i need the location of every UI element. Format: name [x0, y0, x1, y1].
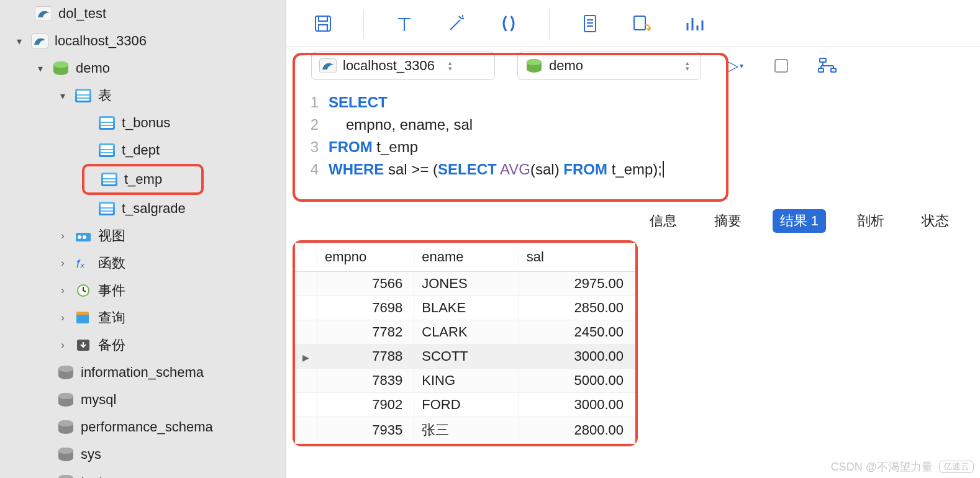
cell-sal[interactable]: 3000.00 [519, 392, 635, 417]
sidebar-item-views[interactable]: › 视图 [0, 222, 286, 250]
sidebar-item-table-t-dept[interactable]: t_dept [0, 137, 286, 164]
sql-keyword: FROM [563, 161, 607, 178]
svg-rect-6 [76, 313, 89, 323]
sidebar-item-tables[interactable]: ▾ 表 [0, 82, 286, 109]
column-header-sal[interactable]: sal [519, 243, 635, 271]
database-icon [57, 446, 75, 462]
sidebar-item-events[interactable]: › 事件 [0, 277, 286, 304]
cell-empno[interactable]: 7788 [317, 344, 414, 368]
table-header-row: empno ename sal [295, 243, 635, 271]
sidebar-item-functions[interactable]: › fₓ 函数 [0, 250, 286, 277]
cell-ename[interactable]: FORD [414, 392, 519, 417]
cell-ename[interactable]: 张三 [414, 417, 519, 443]
functions-label: 函数 [98, 254, 125, 273]
svg-text:fₓ: fₓ [76, 258, 85, 270]
sidebar-item-top[interactable]: dol_test [0, 0, 286, 27]
svg-point-1 [78, 235, 81, 239]
cell-empno[interactable]: 7935 [317, 417, 414, 443]
cell-ename[interactable]: SCOTT [414, 344, 519, 368]
tab-summary[interactable]: 摘要 [708, 209, 748, 233]
svg-rect-15 [819, 68, 823, 72]
cell-sal[interactable]: 2850.00 [519, 295, 635, 320]
sidebar-label: dol_test [58, 6, 106, 22]
line-number: 2 [304, 114, 329, 136]
sidebar-item-db-test[interactable]: test [0, 468, 286, 478]
table-row[interactable]: 7566JONES2975.00 [295, 271, 635, 295]
cell-ename[interactable]: BLAKE [414, 295, 519, 320]
svg-rect-13 [634, 16, 645, 30]
connection-label: localhost_3306 [55, 33, 147, 49]
table-label: t_salgrade [122, 201, 186, 217]
export-icon[interactable] [630, 12, 654, 35]
sql-keyword: WHERE [329, 161, 384, 178]
cell-empno[interactable]: 7566 [317, 271, 414, 295]
cell-ename[interactable]: JONES [414, 271, 519, 295]
parentheses-icon[interactable] [497, 12, 520, 35]
svg-rect-11 [319, 25, 327, 31]
cell-sal[interactable]: 2800.00 [519, 417, 635, 443]
watermark-brand: 亿速云 [939, 461, 974, 473]
table-row[interactable]: 7839KING5000.00 [295, 368, 635, 392]
results-grid: empno ename sal 7566JONES2975.007698BLAK… [293, 240, 980, 446]
table-icon [101, 171, 118, 187]
cell-empno[interactable]: 7902 [317, 392, 414, 417]
sql-editor[interactable]: 1SELECT 2empno, ename, sal 3FROM t_emp 4… [293, 86, 980, 202]
cell-empno[interactable]: 7839 [317, 368, 414, 392]
table-label: t_bonus [122, 115, 170, 131]
line-number: 1 [304, 91, 329, 114]
cell-empno[interactable]: 7782 [317, 320, 414, 344]
stop-button[interactable] [769, 54, 793, 78]
sidebar-item-backups[interactable]: › 备份 [0, 331, 286, 359]
line-number: 4 [304, 158, 329, 181]
cell-ename[interactable]: CLARK [414, 320, 519, 344]
chevron-down-icon: ▾ [14, 35, 25, 47]
cell-ename[interactable]: KING [414, 368, 519, 392]
column-header-empno[interactable]: empno [317, 243, 414, 271]
cell-sal[interactable]: 3000.00 [519, 344, 635, 368]
table-row[interactable]: 7698BLAKE2850.00 [295, 295, 635, 320]
db-label: performance_schema [81, 419, 213, 435]
clock-icon [75, 282, 92, 299]
tab-analyze[interactable]: 剖析 [851, 209, 891, 233]
magic-wand-icon[interactable] [445, 12, 468, 35]
sidebar-item-db-performance-schema[interactable]: performance_schema [0, 413, 286, 441]
db-label: mysql [81, 392, 116, 408]
column-header-ename[interactable]: ename [414, 243, 519, 271]
database-icon [57, 474, 75, 478]
database-label: demo [76, 60, 110, 76]
table-row[interactable]: ▶7788SCOTT3000.00 [295, 344, 635, 368]
chart-icon[interactable] [683, 12, 706, 35]
sidebar-item-table-t-bonus[interactable]: t_bonus [0, 109, 286, 137]
sidebar-item-table-t-emp[interactable]: t_emp [82, 164, 204, 195]
sidebar-item-db-mysql[interactable]: mysql [0, 386, 286, 413]
row-indicator: ▶ [295, 344, 317, 368]
sidebar-item-db-sys[interactable]: sys [0, 441, 286, 468]
chevron-down-icon: ▾ [57, 90, 68, 102]
sidebar-item-db-information-schema[interactable]: information_schema [0, 359, 286, 386]
sidebar-item-queries[interactable]: › 查询 [0, 304, 286, 331]
backups-label: 备份 [98, 336, 125, 354]
hammer-icon[interactable] [392, 12, 416, 35]
explain-icon[interactable] [815, 54, 839, 78]
save-icon[interactable] [311, 12, 335, 35]
sidebar-item-connection[interactable]: ▾ localhost_3306 [0, 27, 286, 55]
table-row[interactable]: 7902FORD3000.00 [295, 392, 635, 417]
db-label: sys [81, 446, 101, 462]
tab-info[interactable]: 信息 [643, 209, 683, 233]
cell-sal[interactable]: 2975.00 [519, 271, 635, 295]
document-icon[interactable] [578, 12, 602, 35]
sidebar-item-table-t-salgrade[interactable]: t_salgrade [0, 195, 286, 222]
separator [549, 9, 550, 38]
cell-empno[interactable]: 7698 [317, 295, 414, 320]
sql-body: t_emp); [607, 161, 662, 178]
dolphin-icon [31, 34, 48, 48]
tab-status[interactable]: 状态 [915, 209, 955, 233]
sidebar: dol_test ▾ localhost_3306 ▾ demo ▾ 表 t_b… [0, 0, 286, 478]
watermark-text: CSDN @不渴望力量 [831, 459, 933, 474]
table-row[interactable]: 7935张三2800.00 [295, 417, 635, 443]
cell-sal[interactable]: 2450.00 [519, 320, 635, 344]
tab-result-1[interactable]: 结果 1 [773, 209, 826, 233]
cell-sal[interactable]: 5000.00 [519, 368, 635, 392]
table-row[interactable]: 7782CLARK2450.00 [295, 320, 635, 344]
sidebar-item-database[interactable]: ▾ demo [0, 55, 286, 82]
